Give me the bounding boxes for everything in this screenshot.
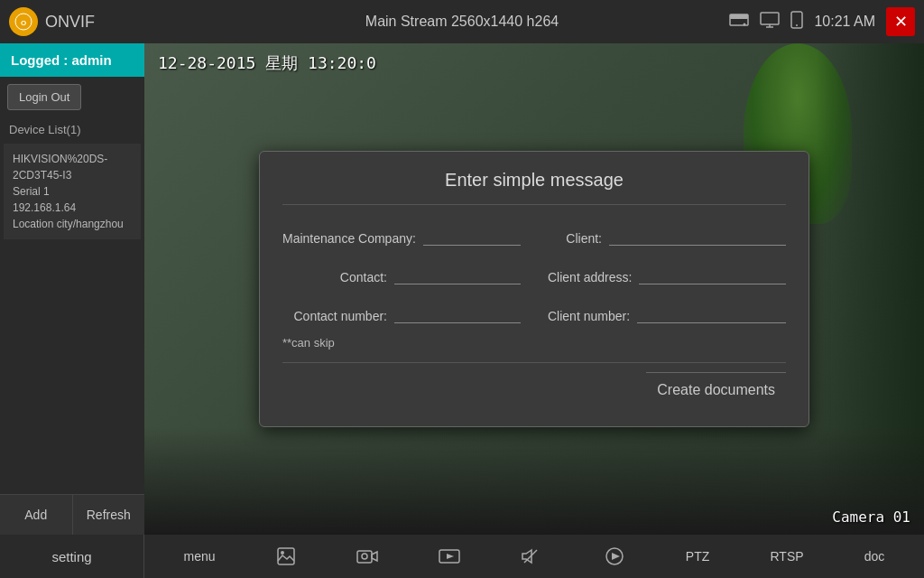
refresh-button[interactable]: Refresh — [73, 495, 145, 535]
storage-icon — [729, 12, 749, 32]
close-button[interactable]: ✕ — [886, 7, 915, 36]
client-address-field: Client address: — [548, 262, 786, 284]
sidebar: Logged : admin Login Out Device List(1) … — [0, 43, 144, 535]
client-address-label: Client address: — [548, 270, 632, 284]
bottom-icons: menu — [144, 543, 924, 570]
svg-rect-3 — [730, 14, 748, 19]
create-documents-button[interactable]: Create documents — [646, 372, 786, 404]
monitor-icon — [760, 12, 780, 32]
gallery-icon[interactable] — [269, 543, 303, 570]
client-input[interactable] — [609, 223, 786, 246]
logout-button[interactable]: Login Out — [7, 84, 81, 110]
contact-number-label: Contact number: — [294, 309, 388, 323]
svg-point-13 — [362, 554, 367, 559]
top-bar: O ONVIF Main Stream 2560x1440 h264 — [0, 0, 924, 43]
ptz-button[interactable]: PTZ — [679, 545, 716, 567]
contact-input[interactable] — [394, 262, 521, 284]
modal-footer: Create documents — [282, 362, 786, 404]
onvif-logo: O — [9, 7, 38, 36]
mute-icon[interactable] — [513, 543, 550, 570]
client-label: Client: — [548, 231, 602, 246]
setting-button[interactable]: setting — [0, 535, 144, 578]
maintenance-company-input[interactable] — [423, 223, 521, 246]
svg-point-11 — [281, 551, 284, 555]
svg-marker-18 — [612, 553, 620, 560]
svg-line-16 — [524, 550, 537, 563]
contact-number-input[interactable] — [394, 301, 521, 323]
svg-point-9 — [796, 24, 798, 26]
svg-marker-15 — [447, 554, 454, 559]
add-button[interactable]: Add — [0, 495, 73, 535]
video-icon[interactable] — [431, 544, 467, 569]
camera-icon[interactable] — [349, 544, 385, 569]
sidebar-action-buttons: Add Refresh — [0, 494, 144, 535]
client-number-label: Client number: — [548, 309, 630, 323]
contact-number-field: Contact number: — [282, 301, 521, 323]
doc-button[interactable]: doc — [857, 545, 892, 567]
device-item[interactable]: HIKVISION%20DS-2CD3T45-I3 Serial 1 192.1… — [4, 144, 141, 239]
logged-status: Logged : admin — [0, 43, 144, 77]
svg-text:O: O — [21, 19, 26, 27]
device-location: Location city/hangzhou — [13, 216, 132, 232]
contact-label: Contact: — [340, 270, 387, 284]
client-number-input[interactable] — [637, 301, 786, 323]
client-number-field: Client number: — [548, 301, 786, 323]
svg-rect-12 — [357, 551, 372, 563]
clock-display: 10:21 AM — [814, 14, 875, 30]
rtsp-button[interactable]: RTSP — [763, 545, 811, 567]
svg-rect-5 — [761, 13, 779, 24]
device-list-label: Device List(1) — [0, 117, 144, 142]
maintenance-company-field: Maintenance Company: — [282, 223, 521, 246]
bottom-bar: setting menu — [0, 535, 924, 578]
maintenance-company-label: Maintenance Company: — [282, 231, 416, 246]
modal-note: **can skip — [282, 336, 786, 350]
device-ip: 192.168.1.64 — [13, 200, 132, 216]
device-serial: Serial 1 — [13, 183, 132, 200]
svg-rect-10 — [278, 548, 294, 564]
play-icon[interactable] — [596, 543, 633, 570]
app-title: ONVIF — [45, 13, 95, 32]
top-bar-left: O ONVIF — [9, 7, 95, 36]
menu-button[interactable]: menu — [177, 545, 223, 567]
modal-fields-grid: Maintenance Company: Client: Contact: — [282, 223, 786, 323]
top-bar-right: 10:21 AM ✕ — [729, 7, 915, 36]
client-address-input[interactable] — [639, 262, 786, 284]
modal-overlay: Enter simple message Maintenance Company… — [144, 43, 924, 535]
simple-message-dialog: Enter simple message Maintenance Company… — [259, 151, 809, 427]
device-name: HIKVISION%20DS-2CD3T45-I3 — [13, 151, 132, 183]
phone-icon — [790, 11, 803, 33]
contact-field: Contact: — [282, 262, 521, 284]
client-field: Client: — [548, 223, 786, 246]
svg-point-4 — [744, 23, 746, 26]
stream-info: Main Stream 2560x1440 h264 — [365, 14, 559, 30]
modal-title: Enter simple message — [282, 170, 786, 205]
